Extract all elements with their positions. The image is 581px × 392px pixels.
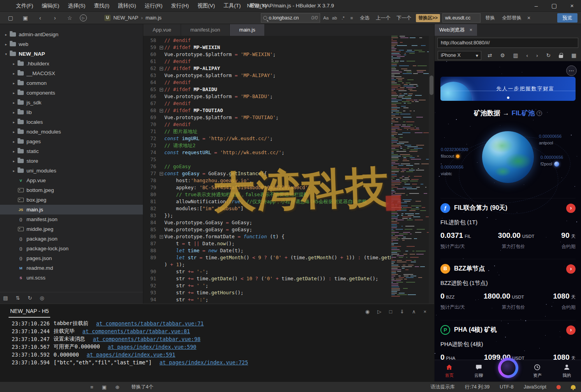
notification-dot-icon[interactable]	[556, 385, 561, 389]
tree-item-components[interactable]: ▸components	[0, 88, 143, 98]
tree-item-readme-md[interactable]: Mreadme.md	[0, 263, 143, 273]
tree-item-web[interactable]: ▸web	[0, 39, 143, 49]
debug-icon[interactable]: ◉	[365, 309, 370, 315]
menu-item[interactable]: 选择(S)	[63, 0, 90, 11]
plugin-icon[interactable]: ⇅	[16, 295, 20, 301]
tree-item-admin-antdesign[interactable]: ▸admin-antDesign	[0, 30, 143, 39]
code-area[interactable]: 58// #endif59// #ifdef MP-WEIXIN60Vue.pr…	[143, 36, 391, 304]
replace-input[interactable]: wk.eusdt.cc	[442, 13, 481, 23]
menu-item[interactable]: 编辑(E)	[37, 0, 63, 11]
previous-button[interactable]: 上一个	[373, 14, 393, 22]
tree-item-middle-jpeg[interactable]: middle.jpeg	[0, 224, 143, 234]
menu-item[interactable]: 运行(R)	[141, 0, 167, 11]
image-icon[interactable]: ▣	[102, 384, 107, 390]
close-icon[interactable]: ×	[423, 309, 426, 315]
expand-caret-icon[interactable]: ▸	[11, 111, 17, 114]
info-icon[interactable]: ?	[537, 111, 542, 116]
collapse-icon[interactable]: ∧	[412, 309, 416, 315]
maximize-button[interactable]: ▢	[545, 0, 563, 12]
more-button[interactable]: ⋯	[566, 65, 577, 76]
fold-icon[interactable]	[158, 86, 164, 93]
expand-caret-icon[interactable]: ▸	[11, 81, 17, 85]
source-link[interactable]: at components/tabbar/tabbar.vue:71	[96, 320, 204, 327]
replace-zone-badge[interactable]: 替换区>>	[416, 14, 440, 22]
refresh-icon[interactable]: ↻	[546, 52, 551, 58]
search-input[interactable]: o.longbasz.cn 0/0	[261, 13, 320, 23]
editor-tab-main-js[interactable]: main.js	[230, 24, 265, 36]
back-icon[interactable]: ‹	[526, 53, 528, 58]
editor-tab-app-vue[interactable]: App.vue	[143, 24, 181, 36]
tree-item-package-json[interactable]: {}package.json	[0, 234, 143, 244]
source-link[interactable]: at pages/index/index.vue:590	[108, 344, 197, 350]
editor-scrollbar[interactable]	[429, 36, 434, 304]
console-tab[interactable]: NEW_NAP - H5	[9, 305, 50, 318]
url-input[interactable]	[437, 38, 578, 48]
export-icon[interactable]: ⇓	[400, 309, 404, 315]
forward-icon[interactable]: ›	[50, 15, 60, 21]
tree-item-locales[interactable]: ▸locales	[0, 117, 143, 127]
tree-item-store[interactable]: ▸store	[0, 156, 143, 166]
replace-all-button[interactable]: 全部替换	[500, 14, 524, 22]
tree-item-main-js[interactable]: JSmain.js	[0, 205, 143, 214]
console-icon[interactable]: ▥	[513, 52, 518, 58]
minimap[interactable]	[391, 36, 429, 304]
tree-item-app-vue[interactable]: VApp.vue	[0, 176, 143, 185]
fold-icon[interactable]	[158, 234, 164, 241]
lock-icon[interactable]	[559, 53, 563, 58]
tab-首页[interactable]: 首页	[435, 360, 464, 381]
tree-item-js-sdk[interactable]: ▸js_sdk	[0, 98, 143, 107]
go-arrow-button[interactable]: ›	[566, 325, 576, 335]
tree-item--hbuilderx[interactable]: ▸.hbuilderx	[0, 59, 143, 69]
device-select[interactable]: iPhone X ▾	[438, 51, 481, 60]
close-search-icon[interactable]: ×	[526, 15, 532, 21]
menu-item[interactable]: 视图(V)	[193, 0, 219, 11]
regex-icon[interactable]: .*	[340, 14, 347, 22]
in-selection-icon[interactable]: ≡	[348, 14, 355, 22]
back-icon[interactable]: ‹	[35, 15, 45, 21]
tab-app-logo[interactable]	[493, 360, 523, 381]
tree-item-uni-modules[interactable]: ▸uni_modules	[0, 166, 143, 176]
search-value[interactable]: o.longbasz.cn	[269, 15, 310, 21]
star-icon[interactable]: ☆	[65, 15, 74, 21]
tree-item-pages[interactable]: ▸pages	[0, 137, 143, 146]
minimize-button[interactable]: –	[527, 0, 545, 12]
whole-word-icon[interactable]: ab	[331, 14, 338, 22]
source-link[interactable]: at pages/index/index.vue:725	[160, 359, 248, 366]
project-manager-icon[interactable]: ▤	[3, 295, 8, 301]
next-button[interactable]: 下一个	[394, 14, 414, 22]
source-link[interactable]: at components/tabbar/tabbar.vue:81	[83, 328, 190, 334]
expand-caret-icon[interactable]: ▸	[3, 42, 9, 46]
rotate-icon[interactable]: ⇄	[488, 52, 492, 58]
menu-item[interactable]: 工具(T)	[219, 0, 245, 11]
match-case-icon[interactable]: Aa	[322, 14, 329, 22]
run-icon[interactable]: ▷	[377, 309, 381, 315]
expand-caret-icon[interactable]: ▸	[11, 140, 17, 144]
tree-item-uni-scss[interactable]: Suni.scss	[0, 273, 143, 283]
fold-icon[interactable]	[158, 171, 164, 178]
breadcrumb-file[interactable]: main.js	[146, 15, 162, 21]
expand-caret-icon[interactable]: ▸	[11, 159, 17, 163]
cursor-position[interactable]: 行:74 列:39	[465, 384, 489, 390]
close-button[interactable]: ×	[563, 0, 581, 12]
expand-caret-icon[interactable]: ▸	[11, 130, 17, 134]
source-link[interactable]: at components/tabbar/tabbar.vue:98	[93, 336, 201, 342]
tab-云聊[interactable]: 云聊	[464, 360, 493, 381]
app-logo-icon[interactable]	[498, 358, 518, 378]
refresh-icon[interactable]: ↻	[28, 295, 32, 301]
qr-icon[interactable]: ▦	[571, 52, 576, 58]
banner-carousel[interactable]: 先人一步把握数字财富	[440, 77, 576, 101]
tree-item-node-modules[interactable]: ▸node_modules	[0, 127, 143, 137]
fold-icon[interactable]	[158, 65, 164, 72]
preview-button[interactable]: 预览	[557, 13, 577, 23]
outline-icon[interactable]: ≡	[90, 384, 93, 390]
tree-item-static[interactable]: ▸static	[0, 146, 143, 156]
gear-icon[interactable]: ⚙	[500, 52, 505, 58]
tree-item-box-jpeg[interactable]: box.jpeg	[0, 195, 143, 205]
tree-item-package-lock-json[interactable]: {}package-lock.json	[0, 244, 143, 253]
find-in-files-icon[interactable]: ◎	[40, 295, 44, 301]
menu-item[interactable]: 发行(H)	[167, 0, 193, 11]
tree-item-pages-json[interactable]: {}pages.json	[0, 253, 143, 263]
tree-item-lib[interactable]: ▸lib	[0, 107, 143, 117]
go-arrow-button[interactable]: ›	[566, 264, 576, 274]
fold-icon[interactable]	[158, 107, 164, 114]
